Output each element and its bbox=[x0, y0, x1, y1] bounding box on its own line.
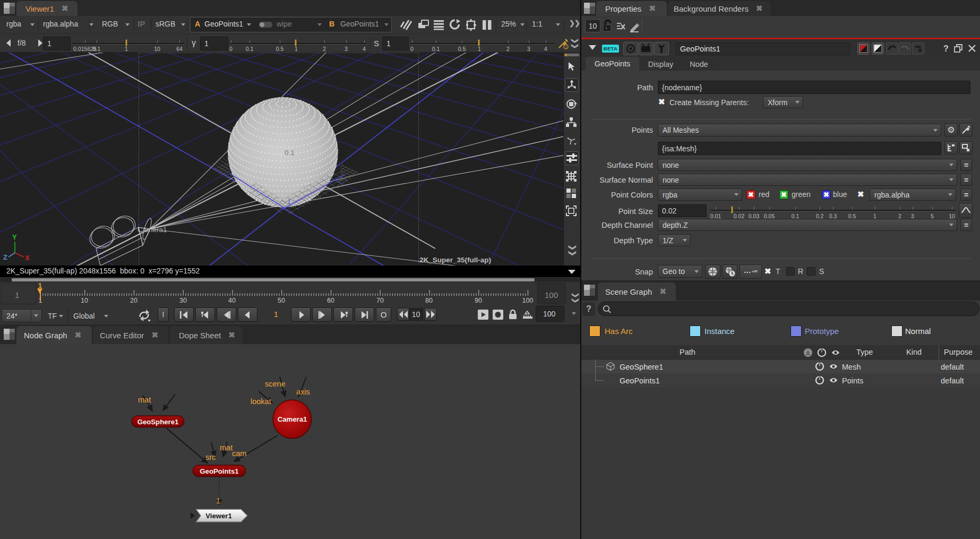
svg-text:cam: cam bbox=[232, 449, 246, 458]
svg-text:GeoPoints1: GeoPoints1 bbox=[200, 467, 238, 475]
svg-text:src: src bbox=[205, 453, 216, 461]
svg-text:mat: mat bbox=[138, 396, 151, 404]
svg-text:mat: mat bbox=[220, 443, 233, 452]
svg-text:lookat: lookat bbox=[251, 397, 271, 406]
svg-text:axis: axis bbox=[296, 388, 310, 396]
svg-text:scene: scene bbox=[265, 380, 286, 388]
svg-text:1: 1 bbox=[216, 497, 220, 505]
svg-text:Camera1: Camera1 bbox=[278, 415, 307, 423]
svg-text:Viewer1: Viewer1 bbox=[205, 512, 232, 520]
svg-text:GeoSphere1: GeoSphere1 bbox=[137, 418, 179, 426]
svg-text:i: i bbox=[565, 45, 566, 49]
